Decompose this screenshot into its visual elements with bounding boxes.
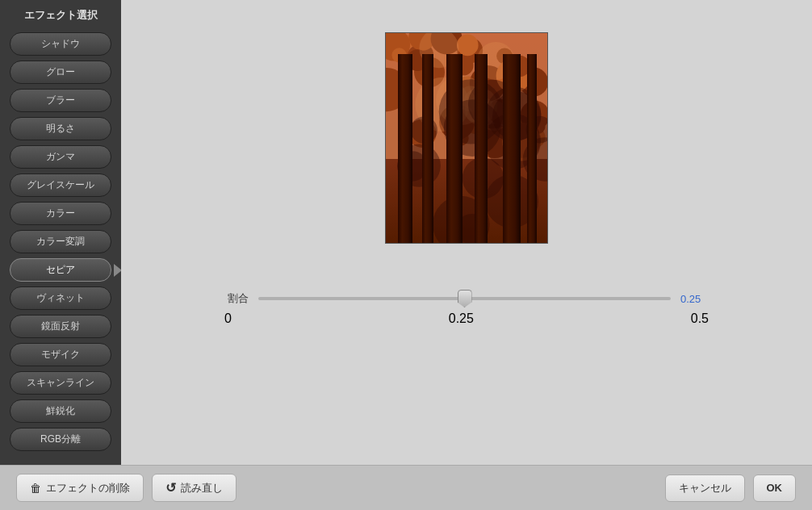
slider-label: 割合 [224,291,249,306]
slider-min-label: 0 [224,311,232,326]
sidebar-item-0[interactable]: シャドウ [10,32,111,56]
slider-wrapper [258,287,671,310]
refresh-icon [165,480,176,495]
footer-left: エフェクトの削除 読み直し [16,474,236,502]
sidebar-item-8[interactable]: セピア [10,258,111,282]
preview-container [385,32,548,247]
reload-button[interactable]: 読み直し [152,474,236,502]
sidebar-item-2[interactable]: ブラー [10,89,111,112]
slider-section: 割合 0.25 0 0.25 0.5 [224,287,709,326]
sidebar-item-7[interactable]: カラー変調 [10,230,111,253]
slider-max-label: 0.5 [691,311,709,326]
footer: エフェクトの削除 読み直し キャンセル OK [0,465,812,510]
sidebar-item-4[interactable]: ガンマ [10,145,111,169]
sidebar-item-3[interactable]: 明るさ [10,117,111,140]
sidebar-item-6[interactable]: カラー [10,202,111,225]
slider-value: 0.25 [680,293,709,305]
slider-tick-labels: 0 0.25 0.5 [224,311,709,326]
footer-right: キャンセル OK [665,474,797,502]
sidebar-title: エフェクト選択 [10,8,111,23]
ok-button[interactable]: OK [753,474,797,502]
sidebar-item-11[interactable]: モザイク [10,343,111,366]
trash-icon [30,482,41,495]
content-area: 割合 0.25 0 0.25 0.5 [121,0,812,465]
sidebar-item-1[interactable]: グロー [10,61,111,84]
ratio-slider[interactable] [258,297,671,300]
slider-mid-label: 0.25 [449,311,474,326]
sidebar: エフェクト選択 シャドウグローブラー明るさガンマグレイスケールカラーカラー変調セ… [0,0,121,465]
sidebar-item-12[interactable]: スキャンライン [10,371,111,395]
sidebar-item-14[interactable]: RGB分離 [10,428,111,451]
slider-row: 割合 0.25 [224,287,709,310]
delete-effect-button[interactable]: エフェクトの削除 [16,474,144,502]
sidebar-item-13[interactable]: 鮮鋭化 [10,399,111,423]
preview-image [385,32,548,244]
cancel-button[interactable]: キャンセル [665,474,745,502]
sidebar-item-10[interactable]: 鏡面反射 [10,315,111,338]
sidebar-item-5[interactable]: グレイスケール [10,173,111,197]
sidebar-item-9[interactable]: ヴィネット [10,286,111,310]
